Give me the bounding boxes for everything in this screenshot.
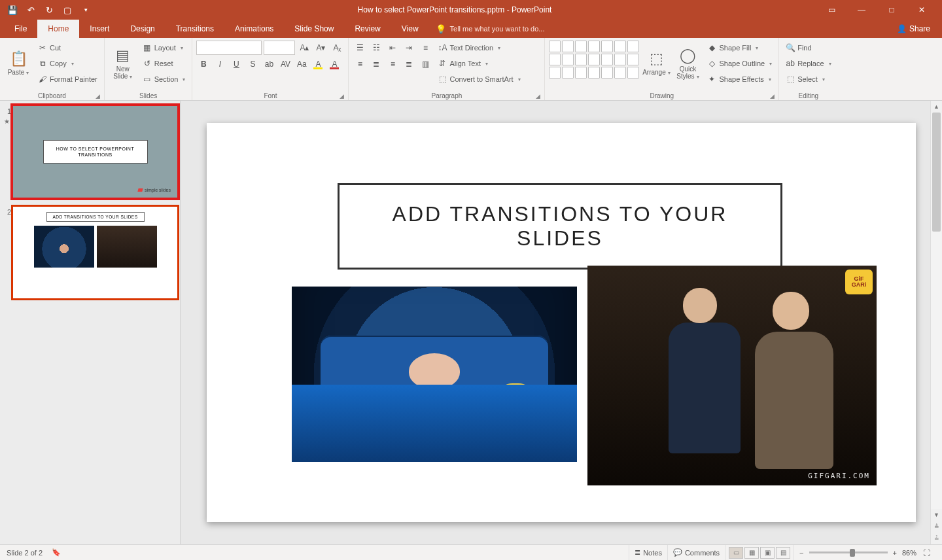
align-text-button[interactable]: ⇵Align Text: [435, 56, 523, 71]
work-area: 1 ★ HOW TO SELECT POWERPOINT TRANSITIONS…: [0, 101, 942, 544]
drawing-launcher-icon[interactable]: ◢: [770, 93, 775, 99]
paragraph-launcher-icon[interactable]: ◢: [536, 93, 540, 99]
align-right-button[interactable]: ≡: [385, 57, 400, 71]
paste-button[interactable]: 📋 Paste: [4, 41, 33, 86]
quick-styles-button[interactable]: ◯Quick Styles: [673, 41, 702, 86]
tab-transitions[interactable]: Transitions: [166, 20, 224, 38]
minimize-button[interactable]: —: [846, 0, 877, 20]
decrease-font-icon[interactable]: A▾: [313, 41, 328, 55]
layout-button[interactable]: ▦Layout: [140, 41, 188, 55]
font-highlight-color-button[interactable]: A: [311, 57, 325, 71]
tab-animations[interactable]: Animations: [224, 20, 284, 38]
slide-image-left[interactable]: [292, 287, 577, 462]
zoom-slider[interactable]: [809, 551, 888, 553]
next-slide-icon[interactable]: ≟: [931, 533, 942, 544]
reset-button[interactable]: ↺Reset: [140, 56, 188, 71]
zoom-in-button[interactable]: +: [893, 549, 897, 557]
decrease-indent-button[interactable]: ⇤: [385, 41, 400, 55]
format-painter-label: Format Painter: [50, 75, 97, 83]
tab-slideshow[interactable]: Slide Show: [284, 20, 344, 38]
format-painter-button[interactable]: 🖌Format Painter: [35, 72, 100, 86]
align-left-button[interactable]: ≡: [353, 57, 367, 71]
shapes-gallery[interactable]: [549, 41, 639, 79]
slide-title-textbox[interactable]: ADD TRANSITIONS TO YOUR SLIDES: [338, 183, 782, 270]
bold-button[interactable]: B: [196, 57, 211, 71]
align-center-button[interactable]: ≣: [369, 57, 383, 71]
tab-home[interactable]: Home: [37, 20, 79, 38]
spellcheck-icon[interactable]: 🔖: [52, 548, 61, 557]
replace-button[interactable]: abReplace: [783, 56, 833, 71]
slide-image-right[interactable]: GiFGARi GIFGARI.COM: [587, 266, 877, 485]
slide-thumbnail-1[interactable]: HOW TO SELECT POWERPOINT TRANSITIONS sim…: [13, 106, 177, 198]
new-slide-button[interactable]: ▤ New Slide: [109, 41, 137, 86]
justify-button[interactable]: ≣: [402, 57, 416, 71]
italic-button[interactable]: I: [213, 57, 227, 71]
zoom-level[interactable]: 86%: [902, 549, 916, 557]
convert-smartart-button[interactable]: ⬚Convert to SmartArt: [435, 72, 523, 86]
shadow-button[interactable]: ab: [262, 57, 276, 71]
normal-view-button[interactable]: ▭: [729, 547, 743, 559]
current-slide[interactable]: ADD TRANSITIONS TO YOUR SLIDES GiFGARi G…: [207, 123, 916, 522]
zoom-out-button[interactable]: −: [799, 549, 803, 557]
tab-design[interactable]: Design: [120, 20, 165, 38]
thumb-number-1: 1: [3, 106, 13, 115]
select-button[interactable]: ⬚Select: [783, 72, 833, 86]
slide-thumbnail-2[interactable]: ADD TRANSITIONS TO YOUR SLIDES: [13, 207, 177, 298]
zoom-slider-thumb[interactable]: [850, 549, 855, 557]
maximize-button[interactable]: □: [877, 0, 907, 20]
arrange-button[interactable]: ⬚Arrange: [642, 41, 671, 86]
reading-view-button[interactable]: ▣: [760, 547, 775, 559]
redo-icon[interactable]: ↻: [42, 3, 56, 17]
slide-indicator[interactable]: Slide 2 of 2: [7, 549, 43, 557]
tab-insert[interactable]: Insert: [79, 20, 120, 38]
scroll-down-icon[interactable]: ▼: [931, 509, 942, 521]
find-button[interactable]: 🔍Find: [783, 41, 833, 55]
change-case-button[interactable]: Aa: [294, 57, 309, 71]
underline-button[interactable]: U: [229, 57, 243, 71]
close-button[interactable]: ✕: [907, 0, 937, 20]
notes-button[interactable]: ≣Notes: [629, 545, 667, 560]
scroll-up-icon[interactable]: ▲: [931, 101, 942, 113]
cut-button[interactable]: ✂Cut: [35, 41, 100, 55]
font-family-combo[interactable]: [196, 41, 262, 55]
comments-button[interactable]: 💬Comments: [667, 545, 725, 560]
scroll-track[interactable]: [931, 113, 942, 509]
vertical-scrollbar[interactable]: ▲ ▼ ≜ ≟: [930, 101, 942, 544]
tab-review[interactable]: Review: [344, 20, 391, 38]
slide-thumbnail-pane[interactable]: 1 ★ HOW TO SELECT POWERPOINT TRANSITIONS…: [0, 101, 181, 544]
shape-outline-button[interactable]: ◇Shape Outline: [705, 56, 775, 71]
slideshow-view-button[interactable]: ▤: [776, 547, 790, 559]
fit-to-window-button[interactable]: ⛶: [923, 549, 930, 557]
prev-slide-icon[interactable]: ≜: [931, 521, 942, 533]
font-color-button[interactable]: A: [327, 57, 341, 71]
shape-effects-button[interactable]: ✦Shape Effects: [705, 72, 775, 86]
numbering-button[interactable]: ☷: [369, 41, 383, 55]
char-spacing-button[interactable]: AV: [278, 57, 292, 71]
clipboard-launcher-icon[interactable]: ◢: [96, 93, 100, 99]
ribbon-display-options-icon[interactable]: ▭: [816, 0, 846, 20]
shape-fill-button[interactable]: ◆Shape Fill: [705, 41, 775, 55]
scroll-thumb[interactable]: [932, 113, 941, 232]
undo-icon[interactable]: ↶: [24, 3, 38, 17]
tell-me-search[interactable]: 💡 Tell me what you want to do...: [429, 20, 545, 38]
slide-canvas[interactable]: ADD TRANSITIONS TO YOUR SLIDES GiFGARi G…: [181, 101, 942, 544]
clear-format-icon[interactable]: Aᵪ: [330, 41, 344, 55]
copy-button[interactable]: ⧉Copy: [35, 56, 100, 71]
start-from-beginning-icon[interactable]: ▢: [60, 3, 75, 17]
font-size-combo[interactable]: [264, 41, 295, 55]
save-icon[interactable]: 💾: [5, 3, 20, 17]
strike-button[interactable]: S: [245, 57, 260, 71]
increase-indent-button[interactable]: ⇥: [402, 41, 416, 55]
tab-view[interactable]: View: [391, 20, 429, 38]
tab-file[interactable]: File: [4, 20, 37, 38]
columns-button[interactable]: ▥: [418, 57, 432, 71]
slide-sorter-view-button[interactable]: ▦: [744, 547, 759, 559]
section-button[interactable]: ▭Section: [140, 72, 188, 86]
increase-font-icon[interactable]: A▴: [297, 41, 311, 55]
text-direction-button[interactable]: ↕AText Direction: [435, 41, 523, 55]
font-launcher-icon[interactable]: ◢: [340, 93, 344, 99]
qat-customize-icon[interactable]: ▾: [78, 3, 93, 17]
bullets-button[interactable]: ☰: [353, 41, 367, 55]
line-spacing-button[interactable]: ≡: [418, 41, 432, 55]
share-button[interactable]: 👤 Share: [885, 20, 942, 38]
